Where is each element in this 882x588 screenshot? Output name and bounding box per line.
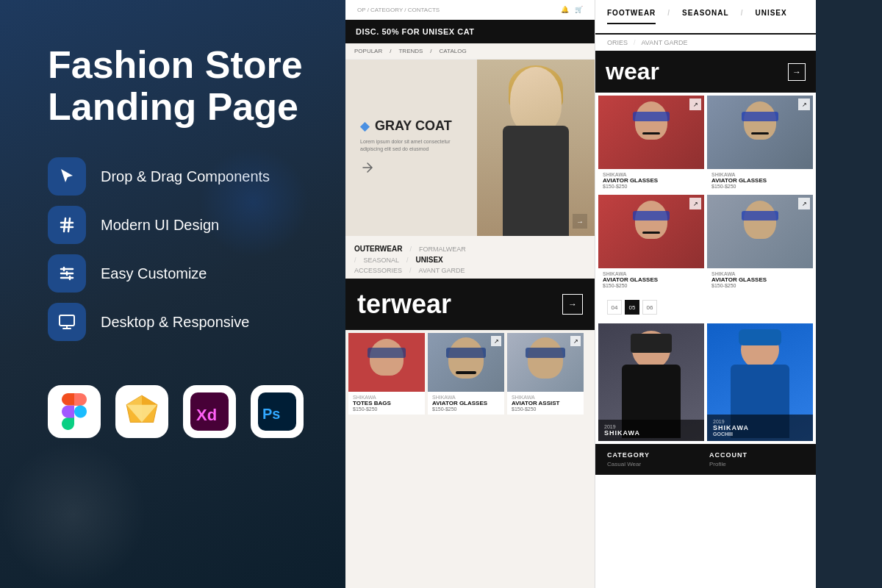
right-panel: OP / CATEGORY / CONTACTS 🔔 🛒 DISC. 50% F… xyxy=(345,0,882,588)
sep: / xyxy=(409,245,412,253)
feature-responsive-label: Desktop & Responsive xyxy=(101,314,249,331)
sep1: / xyxy=(390,48,391,54)
hero-body xyxy=(503,126,569,236)
product-img-1: ↗ xyxy=(428,333,504,392)
nav-avantgarde[interactable]: AVANT GARDE xyxy=(419,267,465,274)
feature-modern: Modern UI Design xyxy=(48,206,309,244)
right-section-label: ORIES / AVANT GARDE xyxy=(595,35,816,51)
bell-icon: 🔔 xyxy=(561,6,569,13)
sep2: / xyxy=(741,9,744,24)
pname-1: AVIATOR GLASSES xyxy=(432,400,500,406)
rp-info-0: SHIKAWA AVIATOR GLASSES $150-$250 xyxy=(598,169,704,192)
rp-brand-2: SHIKAWA xyxy=(603,271,700,276)
nav-icons: 🔔 🛒 xyxy=(561,6,583,13)
right-arrow-btn[interactable]: → xyxy=(788,63,806,81)
title-line1: Fashion Store xyxy=(48,43,303,86)
big-brand-0: SHIKAWA xyxy=(604,429,698,437)
hash-icon-bg xyxy=(48,206,86,244)
section-row-2: / SEASONAL / UNISEX xyxy=(354,256,586,264)
right-products: ↗ SHIKAWA AVIATOR GLASSES $150-$250 xyxy=(595,93,816,294)
hero-arrow[interactable] xyxy=(360,160,456,178)
product-img-0: ↗ xyxy=(348,333,425,392)
products-grid: ↗ SHIKAWA TOTES BAGS $150-$250 xyxy=(345,330,595,417)
cat-catalog[interactable]: CATALOG xyxy=(440,48,467,54)
feature-modern-label: Modern UI Design xyxy=(101,217,219,234)
cat-popular[interactable]: POPULAR xyxy=(354,48,382,54)
prev-arrow[interactable]: → xyxy=(573,214,587,229)
title-line2: Landing Page xyxy=(48,85,298,128)
cursor-icon xyxy=(58,168,76,185)
section-row-3: ACCESSORIES / AVANT GARDE xyxy=(354,267,586,274)
rp-price-2: $150-$250 xyxy=(603,283,700,288)
product-person-0 xyxy=(348,333,425,392)
rp-name-2: AVIATOR GLASSES xyxy=(603,276,700,283)
rp-brand-3: SHIKAWA xyxy=(711,271,808,276)
pagination: 04 05 06 xyxy=(595,294,816,320)
feature-responsive: Desktop & Responsive xyxy=(48,303,309,341)
cat-label: CATEGORY xyxy=(607,451,702,459)
sl-ories[interactable]: ORIES xyxy=(607,39,628,46)
bottom-category: CATEGORY Casual Wear xyxy=(607,451,702,467)
sep3: / xyxy=(406,257,409,264)
hero-person xyxy=(477,60,595,236)
bg-blur2 xyxy=(0,441,147,588)
sl-avantgarde[interactable]: AVANT GARDE xyxy=(642,39,688,46)
acc-label: ACCOUNT xyxy=(709,451,804,459)
feature-drag: Drop & Drag Components xyxy=(48,157,309,196)
promo-banner: DISC. 50% FOR UNISEX CAT xyxy=(345,20,595,43)
nav-seasonal[interactable]: SEASONAL xyxy=(682,9,729,24)
sliders-icon-bg xyxy=(48,254,86,293)
pname-0: TOTES BAGS xyxy=(353,400,420,406)
feature-drag-label: Drop & Drag Components xyxy=(101,168,270,185)
sep1: / xyxy=(667,9,670,24)
nav-outerwear[interactable]: OUTERWEAR xyxy=(354,245,402,253)
nav-accessories[interactable]: ACCESSORIES xyxy=(354,267,402,274)
hero-nav-arrows: → xyxy=(573,214,587,229)
nav-seasonal[interactable]: SEASONAL xyxy=(364,257,400,264)
nav-unisex[interactable]: UNISEX xyxy=(755,9,786,24)
rp-1: ↗ SHIKAWA AVIATOR GLASSES $150-$250 xyxy=(707,96,813,192)
xd-icon-container: Xd xyxy=(183,385,236,438)
nav-footwear[interactable]: FOOTWEAR xyxy=(607,9,656,24)
right-section-heading: wear → xyxy=(595,51,816,93)
page-06[interactable]: 06 xyxy=(642,300,657,315)
nav-formalwear[interactable]: FORMALWEAR xyxy=(419,245,466,253)
sep2: / xyxy=(430,48,431,54)
product-card-1: ↗ SHIKAWA AVIATOR GLASSES $150-$250 xyxy=(428,333,504,415)
bottom-account: ACCOUNT Profile xyxy=(709,451,804,467)
large-img-0: 2019 SHIKAWA xyxy=(598,323,704,441)
hash-icon xyxy=(58,216,76,234)
product-card-0: ↗ SHIKAWA TOTES BAGS $150-$250 xyxy=(348,333,425,415)
rp-img-1: ↗ xyxy=(707,96,813,169)
rp-img-2: ↗ xyxy=(598,195,704,268)
xd-icon: Xd xyxy=(190,392,229,431)
rp-name-0: AVIATOR GLASSES xyxy=(603,177,700,184)
hero-section: ◆ GRAY COAT Lorem ipsum dolor sit amet c… xyxy=(345,60,595,236)
section-heading: terwear → xyxy=(345,279,595,330)
hero-dot: ◆ xyxy=(360,119,369,133)
cat-trends[interactable]: TRENDS xyxy=(398,48,423,54)
cursor-icon-bg xyxy=(48,157,86,196)
rp-3: ↗ SHIKAWA AVIATOR GLASSES $150-$250 xyxy=(707,195,813,291)
rp-info-3: SHIKAWA AVIATOR GLASSES $150-$250 xyxy=(707,268,813,291)
feature-customize: Easy Customize xyxy=(48,254,309,293)
product-info-0: SHIKAWA TOTES BAGS $150-$250 xyxy=(348,392,425,415)
hero-desc: Lorem ipsum dolor sit amet consectetur a… xyxy=(360,138,456,153)
cart-icon: 🛒 xyxy=(575,6,583,13)
large-img-1: 2019 SHIKAWA GOCHIII xyxy=(707,323,813,441)
section-arrow-btn[interactable]: → xyxy=(562,294,583,315)
cat-sub: Casual Wear xyxy=(607,461,702,467)
pname-2: AVIATOR ASSIST xyxy=(512,400,579,406)
pprice-1: $150-$250 xyxy=(432,406,500,412)
page-05[interactable]: 05 xyxy=(625,300,639,315)
tools-row: Xd Ps xyxy=(48,385,309,438)
page-04[interactable]: 04 xyxy=(607,300,622,315)
rp-price-0: $150-$250 xyxy=(603,184,700,189)
rp-0: ↗ SHIKAWA AVIATOR GLASSES $150-$250 xyxy=(598,96,704,192)
rp-info-2: SHIKAWA AVIATOR GLASSES $150-$250 xyxy=(598,268,704,291)
svg-text:Xd: Xd xyxy=(196,406,217,424)
big-brand-1: SHIKAWA xyxy=(713,424,807,431)
rp-price-3: $150-$250 xyxy=(711,283,808,288)
rp-2: ↗ SHIKAWA AVIATOR GLASSES $150-$250 xyxy=(598,195,704,291)
nav-unisex[interactable]: UNISEX xyxy=(416,256,443,264)
